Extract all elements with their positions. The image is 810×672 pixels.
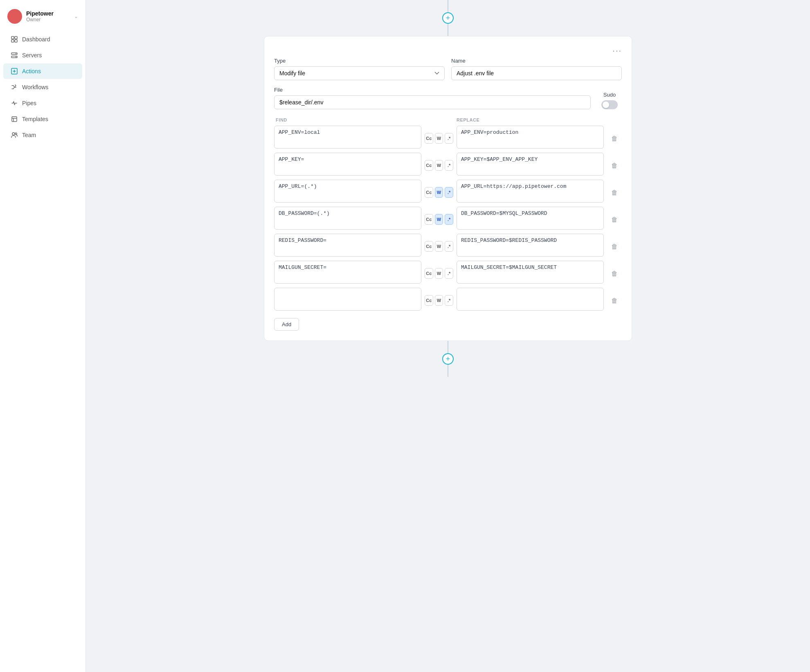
name-input[interactable] bbox=[451, 66, 622, 80]
file-input[interactable] bbox=[274, 95, 591, 109]
case-sensitive-button-4[interactable]: Cc bbox=[425, 214, 433, 225]
brand-name: Pipetower bbox=[26, 10, 54, 17]
file-sudo-row: File Sudo bbox=[274, 87, 622, 109]
find-input-5[interactable]: REDIS_PASSWORD= bbox=[274, 234, 421, 257]
delete-row-2-button[interactable]: 🗑 bbox=[611, 162, 618, 169]
bottom-connector: + bbox=[442, 341, 454, 377]
add-row-button[interactable]: Add bbox=[274, 318, 299, 331]
sidebar-item-templates[interactable]: Templates bbox=[3, 111, 82, 127]
sidebar-item-team[interactable]: Team bbox=[3, 127, 82, 143]
svg-point-6 bbox=[16, 53, 16, 54]
whole-word-button-4[interactable]: W bbox=[435, 214, 443, 225]
sidebar: Pipetower Owner ⌄ Dashboard Servers Acti… bbox=[0, 0, 86, 672]
row-buttons-5: Cc W .* bbox=[425, 239, 453, 252]
sidebar-item-actions[interactable]: Actions bbox=[3, 63, 82, 79]
replace-input-4[interactable]: DB_PASSWORD=$MYSQL_PASSWORD bbox=[457, 207, 604, 230]
case-sensitive-button-7[interactable]: Cc bbox=[425, 295, 433, 306]
regex-button-4[interactable]: .* bbox=[445, 214, 453, 225]
find-input-1[interactable]: APP_ENV=local bbox=[274, 126, 421, 149]
connector-line-bottom bbox=[448, 341, 448, 353]
action-card: ··· Type Modify file Name File Sudo bbox=[264, 36, 632, 341]
sidebar-item-servers[interactable]: Servers bbox=[3, 47, 82, 63]
find-input-6[interactable]: MAILGUN_SECRET= bbox=[274, 261, 421, 284]
sidebar-item-label: Servers bbox=[22, 52, 42, 59]
sidebar-item-pipes[interactable]: Pipes bbox=[3, 95, 82, 111]
delete-cell-6: 🗑 bbox=[607, 267, 622, 277]
servers-icon bbox=[11, 52, 18, 59]
sidebar-item-label: Dashboard bbox=[22, 36, 50, 43]
table-row: REDIS_PASSWORD= Cc W .* REDIS_PASSWORD=$… bbox=[274, 234, 622, 257]
find-replace-table: FIND REPLACE APP_ENV=local Cc W .* APP_E… bbox=[274, 117, 622, 311]
find-input-7[interactable] bbox=[274, 288, 421, 311]
whole-word-button-7[interactable]: W bbox=[435, 295, 443, 306]
delete-row-6-button[interactable]: 🗑 bbox=[611, 270, 618, 277]
add-step-top-button[interactable]: + bbox=[442, 12, 454, 24]
delete-row-4-button[interactable]: 🗑 bbox=[611, 216, 618, 223]
svg-point-7 bbox=[16, 56, 16, 57]
regex-button-3[interactable]: .* bbox=[445, 187, 453, 198]
fr-header: FIND REPLACE bbox=[274, 117, 622, 122]
sidebar-item-label: Team bbox=[22, 132, 36, 138]
delete-row-7-button[interactable]: 🗑 bbox=[611, 297, 618, 304]
svg-point-11 bbox=[15, 133, 17, 135]
replace-input-7[interactable] bbox=[457, 288, 604, 311]
replace-input-3[interactable]: APP_URL=https://app.pipetower.com bbox=[457, 180, 604, 203]
svg-rect-9 bbox=[12, 117, 17, 122]
chevron-down-icon: ⌄ bbox=[74, 14, 78, 19]
regex-button-7[interactable]: .* bbox=[445, 295, 453, 306]
replace-input-6[interactable]: MAILGUN_SECRET=$MAILGUN_SECRET bbox=[457, 261, 604, 284]
more-options-button[interactable]: ··· bbox=[612, 46, 622, 54]
whole-word-button-3[interactable]: W bbox=[435, 187, 443, 198]
regex-button-1[interactable]: .* bbox=[445, 133, 453, 144]
delete-cell-2: 🗑 bbox=[607, 159, 622, 169]
regex-button-2[interactable]: .* bbox=[445, 160, 453, 171]
case-sensitive-button-1[interactable]: Cc bbox=[425, 133, 433, 144]
sidebar-item-label: Templates bbox=[22, 116, 48, 122]
regex-button-6[interactable]: .* bbox=[445, 268, 453, 279]
file-group: File bbox=[274, 87, 591, 109]
svg-rect-0 bbox=[11, 36, 14, 39]
name-group: Name bbox=[451, 58, 622, 80]
find-input-4[interactable]: DB_PASSWORD=(.*) bbox=[274, 207, 421, 230]
replace-col-label: REPLACE bbox=[457, 117, 602, 122]
sidebar-item-dashboard[interactable]: Dashboard bbox=[3, 32, 82, 47]
whole-word-button-1[interactable]: W bbox=[435, 133, 443, 144]
row-buttons-1: Cc W .* bbox=[425, 131, 453, 144]
delete-cell-1: 🗑 bbox=[607, 132, 622, 142]
pipes-icon bbox=[11, 99, 18, 107]
case-sensitive-button-3[interactable]: Cc bbox=[425, 187, 433, 198]
delete-row-5-button[interactable]: 🗑 bbox=[611, 243, 618, 250]
brand-section[interactable]: Pipetower Owner ⌄ bbox=[0, 5, 86, 31]
brand-info: Pipetower Owner bbox=[26, 10, 54, 23]
row-buttons-4: Cc W .* bbox=[425, 212, 453, 225]
replace-input-2[interactable]: APP_KEY=$APP_ENV_APP_KEY bbox=[457, 153, 604, 176]
delete-cell-7: 🗑 bbox=[607, 294, 622, 304]
templates-icon bbox=[11, 115, 18, 123]
svg-rect-3 bbox=[15, 40, 17, 42]
whole-word-button-5[interactable]: W bbox=[435, 241, 443, 252]
nav-menu: Dashboard Servers Actions Workflows Pipe… bbox=[0, 31, 86, 143]
regex-button-5[interactable]: .* bbox=[445, 241, 453, 252]
add-step-bottom-button[interactable]: + bbox=[442, 353, 454, 365]
type-select[interactable]: Modify file bbox=[274, 66, 445, 80]
replace-input-5[interactable]: REDIS_PASSWORD=$REDIS_PASSWORD bbox=[457, 234, 604, 257]
table-row: APP_KEY= Cc W .* APP_KEY=$APP_ENV_APP_KE… bbox=[274, 153, 622, 176]
whole-word-button-6[interactable]: W bbox=[435, 268, 443, 279]
case-sensitive-button-6[interactable]: Cc bbox=[425, 268, 433, 279]
top-connector: + bbox=[442, 0, 454, 36]
type-label: Type bbox=[274, 58, 445, 64]
delete-row-3-button[interactable]: 🗑 bbox=[611, 189, 618, 196]
find-input-3[interactable]: APP_URL=(.*) bbox=[274, 180, 421, 203]
sudo-toggle[interactable] bbox=[601, 100, 618, 109]
sidebar-item-workflows[interactable]: Workflows bbox=[3, 79, 82, 95]
type-name-row: Type Modify file Name bbox=[274, 58, 622, 80]
find-input-2[interactable]: APP_KEY= bbox=[274, 153, 421, 176]
case-sensitive-button-2[interactable]: Cc bbox=[425, 160, 433, 171]
replace-input-1[interactable]: APP_ENV=production bbox=[457, 126, 604, 149]
delete-row-1-button[interactable]: 🗑 bbox=[611, 135, 618, 142]
whole-word-button-2[interactable]: W bbox=[435, 160, 443, 171]
table-row: MAILGUN_SECRET= Cc W .* MAILGUN_SECRET=$… bbox=[274, 261, 622, 284]
main-content: + ··· Type Modify file Name File bbox=[86, 0, 810, 672]
find-col-label: FIND bbox=[276, 117, 421, 122]
case-sensitive-button-5[interactable]: Cc bbox=[425, 241, 433, 252]
